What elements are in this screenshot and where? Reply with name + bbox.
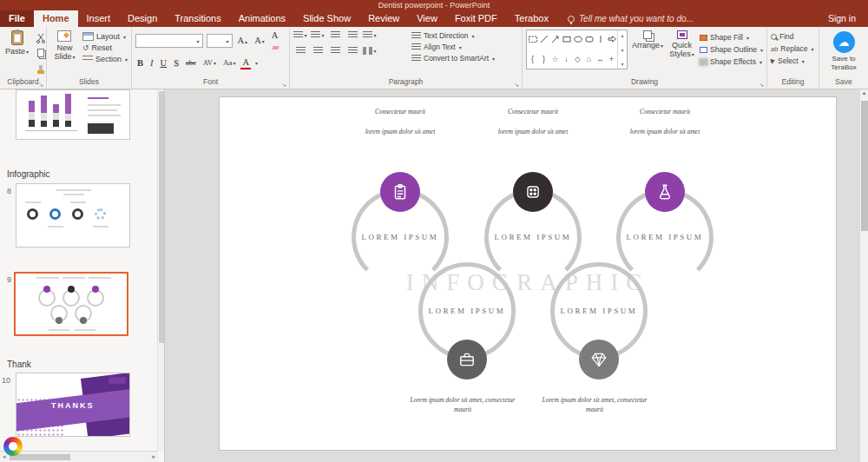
new-slide-button[interactable]: New Slide▾	[50, 30, 79, 63]
justify-button[interactable]	[345, 45, 359, 56]
caption-text[interactable]: Consectetur mauritlorem ipsum dolor sit …	[468, 108, 598, 135]
bold-button[interactable]: B	[135, 57, 145, 69]
slide-canvas[interactable]: Consectetur mauritlorem ipsum dolor sit …	[219, 96, 837, 451]
drawing-dialog-launcher[interactable]: ↘	[759, 82, 764, 88]
caption-text[interactable]: Consectetur mauritlorem ipsum dolor sit …	[600, 108, 730, 135]
section-button[interactable]: Section▾	[82, 55, 128, 63]
font-name-combobox[interactable]: ▾	[135, 34, 203, 48]
font-size-combobox[interactable]: ▾	[207, 34, 233, 48]
columns-button[interactable]: ▾	[363, 45, 377, 56]
shape-line-icon[interactable]	[539, 34, 549, 46]
shape-double-arrow-icon[interactable]: ↔	[596, 56, 604, 63]
replace-button[interactable]: abReplace▾	[771, 44, 814, 53]
shape-rounded-rectangle-icon[interactable]	[584, 34, 595, 46]
shape-vertical-line-icon[interactable]	[595, 34, 606, 46]
cut-button[interactable]	[34, 32, 48, 43]
shape-diamond-icon[interactable]: ◇	[575, 56, 581, 63]
tab-transitions[interactable]: Transitions	[166, 10, 229, 27]
text-shadow-button[interactable]: S	[172, 57, 181, 69]
shapes-more-button[interactable]: ▾	[621, 61, 623, 67]
thumbnail-panel-scrollbar[interactable]	[157, 89, 164, 451]
tab-terabox[interactable]: Terabox	[506, 10, 557, 27]
numbering-button[interactable]: ▾	[311, 30, 325, 41]
italic-button[interactable]: I	[148, 57, 155, 69]
shape-left-brace-icon[interactable]: {	[531, 56, 534, 63]
shape-block-arrow-icon[interactable]	[607, 34, 617, 46]
shrink-font-button[interactable]: A▾	[253, 35, 266, 48]
scroll-left-arrow-icon[interactable]: ◂	[3, 453, 6, 460]
tab-foxit-pdf[interactable]: Foxit PDF	[446, 10, 506, 27]
shape-rectangle-icon[interactable]	[562, 34, 572, 46]
decrease-indent-button[interactable]	[328, 30, 342, 41]
scroll-up-arrow-icon[interactable]: ▴	[863, 89, 866, 96]
badge-circle-purple[interactable]	[380, 172, 420, 212]
copy-button[interactable]	[34, 47, 48, 58]
strikethrough-button[interactable]: abc	[184, 57, 198, 69]
thumbnail-slide-7[interactable]	[16, 89, 130, 140]
shape-right-brace-icon[interactable]: }	[542, 56, 545, 63]
layout-button[interactable]: Layout▾	[82, 32, 128, 41]
thumbnail-slide-8[interactable]	[16, 183, 130, 248]
thumbnail-panel-hscrollbar[interactable]: ◂ ▸	[0, 451, 158, 462]
tell-me-box[interactable]: Tell me what you want to do...	[568, 10, 694, 27]
grow-font-button[interactable]: A▴	[236, 35, 250, 48]
scroll-right-arrow-icon[interactable]: ▸	[152, 453, 155, 460]
tab-insert[interactable]: Insert	[78, 10, 120, 27]
font-color-button[interactable]: A	[240, 56, 251, 69]
tab-animations[interactable]: Animations	[230, 10, 294, 27]
sign-in-button[interactable]: Sign in	[816, 10, 868, 27]
select-button[interactable]: Select▾	[771, 56, 814, 65]
caption-text[interactable]: Lorem ipsum dolor sit amet, consecteturm…	[398, 396, 528, 413]
tab-file[interactable]: File	[0, 10, 34, 27]
scrollbar-thumb[interactable]	[10, 454, 70, 460]
main-vertical-scrollbar[interactable]: ▴	[859, 89, 868, 462]
format-painter-button[interactable]	[34, 62, 48, 73]
shape-outline-button[interactable]: Shape Outline▾	[700, 45, 763, 54]
tab-review[interactable]: Review	[359, 10, 408, 27]
scrollbar-thumb[interactable]	[159, 91, 164, 343]
line-spacing-button[interactable]: ▾	[363, 30, 377, 41]
caption-text[interactable]: Lorem ipsum dolor sit amet, consecteturm…	[529, 396, 660, 413]
shape-down-arrow-icon[interactable]: ↓	[564, 56, 569, 63]
change-case-button[interactable]: Aa▾	[221, 57, 238, 69]
arrange-button[interactable]: Arrange▾	[631, 30, 664, 50]
tab-slide-show[interactable]: Slide Show	[294, 10, 359, 27]
shape-star-icon[interactable]: ☆	[551, 56, 558, 63]
clear-formatting-button[interactable]: A	[270, 30, 286, 52]
badge-circle-gray[interactable]	[447, 340, 487, 380]
align-text-button[interactable]: Align Text▾	[411, 43, 495, 51]
align-center-button[interactable]	[311, 45, 325, 56]
badge-circle-purple[interactable]	[645, 172, 685, 212]
scrollbar-thumb[interactable]	[861, 101, 868, 231]
align-right-button[interactable]	[328, 45, 342, 56]
align-left-button[interactable]	[293, 45, 307, 56]
text-direction-button[interactable]: Text Direction▾	[411, 31, 495, 40]
shape-freeform-icon[interactable]	[528, 34, 538, 46]
find-button[interactable]: Find	[771, 32, 814, 41]
shape-fill-button[interactable]: Shape Fill▾	[700, 33, 763, 42]
tab-design[interactable]: Design	[119, 10, 166, 27]
shape-plus-icon[interactable]: +	[609, 56, 614, 63]
underline-button[interactable]: U	[159, 57, 169, 69]
shape-effects-button[interactable]: Shape Effects▾	[700, 57, 763, 66]
badge-circle-dark[interactable]	[513, 172, 553, 212]
caption-text[interactable]: Consectetur mauritlorem ipsum dolor sit …	[335, 108, 465, 135]
tab-home[interactable]: Home	[34, 10, 78, 27]
shapes-scroll-up-button[interactable]: ▴	[621, 32, 623, 38]
increase-indent-button[interactable]	[345, 30, 359, 41]
shapes-scroll-down-button[interactable]: ▾	[621, 47, 623, 53]
thumbnail-slide-9-selected[interactable]	[14, 272, 128, 336]
bullets-button[interactable]: ▾	[293, 30, 307, 41]
save-to-terabox-button[interactable]: ☁ Save to TeraBox	[823, 30, 865, 71]
paragraph-dialog-launcher[interactable]: ↘	[514, 82, 519, 88]
shape-home-icon[interactable]: ⌂	[587, 56, 591, 63]
character-spacing-button[interactable]: AV▾	[201, 57, 218, 69]
paste-button[interactable]: Paste▾	[3, 30, 30, 56]
tab-view[interactable]: View	[408, 10, 446, 27]
shape-oval-icon[interactable]	[573, 34, 583, 46]
shape-arrow-icon[interactable]	[550, 34, 561, 46]
reset-button[interactable]: ↺Reset	[82, 43, 128, 52]
section-header-thank[interactable]: Thank	[7, 360, 31, 369]
convert-to-smartart-button[interactable]: Convert to SmartArt▾	[411, 54, 495, 63]
font-dialog-launcher[interactable]: ↘	[281, 82, 286, 88]
